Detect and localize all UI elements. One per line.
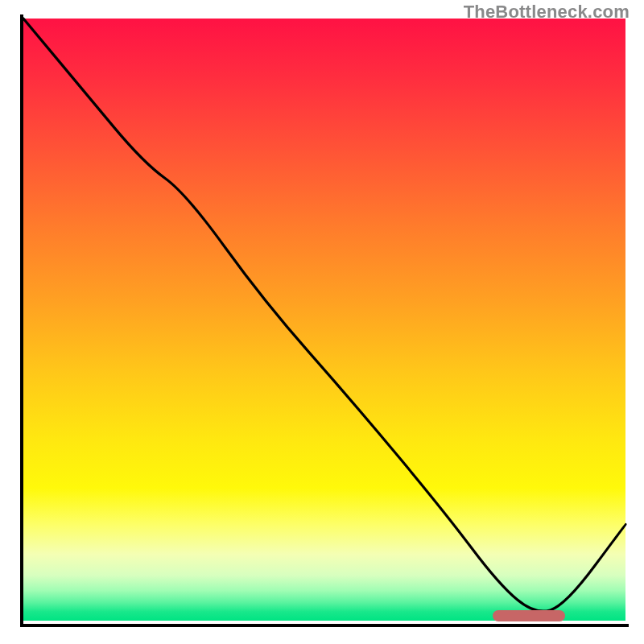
- x-axis: [20, 624, 629, 627]
- watermark-text: TheBottleneck.com: [464, 2, 630, 23]
- bottleneck-curve-path: [23, 19, 625, 611]
- bottleneck-chart: TheBottleneck.com: [0, 0, 644, 644]
- curve-layer: [23, 19, 625, 621]
- optimal-range-marker: [493, 610, 565, 621]
- y-axis: [20, 14, 23, 627]
